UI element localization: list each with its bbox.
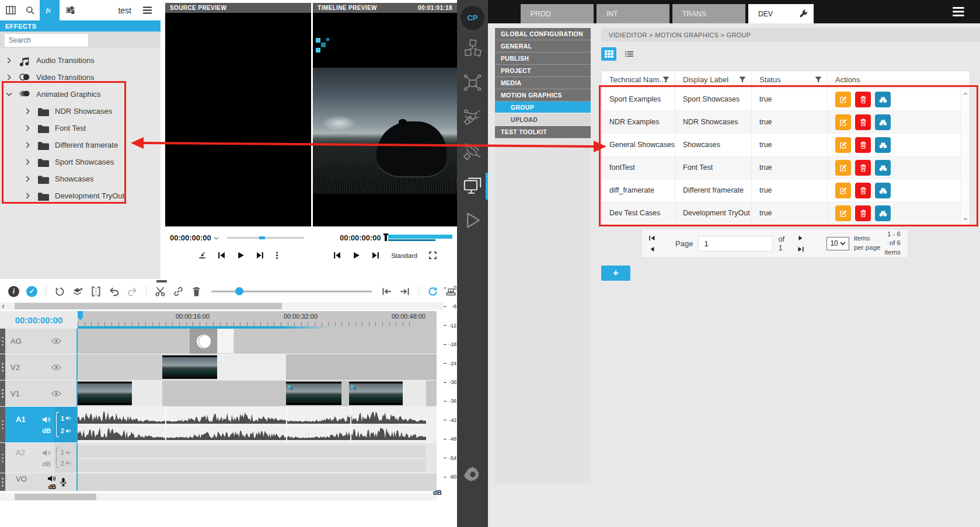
- skip-back-icon[interactable]: [218, 252, 225, 259]
- column-status[interactable]: Status: [759, 75, 781, 84]
- track-content-a1[interactable]: [78, 407, 437, 442]
- pager-last-icon[interactable]: [797, 246, 804, 252]
- unlink-icon[interactable]: [173, 287, 183, 296]
- menu-item-motion-graphics[interactable]: MOTION GRAPHICS: [495, 89, 591, 102]
- tree-item-font-test[interactable]: Font Test: [0, 120, 161, 137]
- table-scrollbar[interactable]: [960, 88, 969, 225]
- chevron-down-icon[interactable]: [6, 91, 12, 97]
- gear-icon[interactable]: [462, 464, 483, 485]
- video-clip[interactable]: [286, 382, 341, 405]
- split-view-icon[interactable]: [91, 287, 101, 296]
- more-icon[interactable]: [275, 252, 278, 259]
- menu-icon[interactable]: [951, 6, 965, 17]
- tree-item-audio-transitions[interactable]: Audio Transitions: [0, 52, 161, 69]
- db-toggle[interactable]: dB: [48, 484, 56, 490]
- table-row[interactable]: NDR ExamplesNDR Showcasestrue: [602, 111, 969, 134]
- skip-back-icon[interactable]: [333, 252, 341, 259]
- timeline-preview-video[interactable]: [313, 13, 457, 226]
- pager-prev-icon[interactable]: [648, 246, 655, 252]
- tree-item-different-framerate[interactable]: Different framerate: [0, 137, 161, 153]
- source-scrubber[interactable]: [227, 237, 304, 239]
- menu-item-test-toolkit[interactable]: TEST TOOLKIT: [495, 126, 591, 138]
- edit-button[interactable]: [835, 160, 851, 176]
- filter-icon[interactable]: [662, 76, 669, 83]
- menu-item-upload[interactable]: UPLOAD: [495, 114, 591, 126]
- quality-selector[interactable]: Standard: [391, 252, 417, 259]
- table-row[interactable]: Dev Test CasesDevelopment TryOuttrue: [602, 202, 969, 225]
- add-layer-icon[interactable]: [73, 287, 83, 296]
- move-start-icon[interactable]: [382, 287, 392, 296]
- menu-item-publish[interactable]: PUBLISH: [495, 53, 591, 65]
- cut-icon[interactable]: [155, 287, 165, 296]
- list-view-icon[interactable]: [622, 47, 637, 61]
- delete-button[interactable]: [855, 205, 871, 221]
- edit-button[interactable]: [835, 137, 851, 153]
- fullscreen-icon[interactable]: [429, 252, 437, 259]
- graphics-clip[interactable]: [190, 329, 217, 354]
- track-header-a2[interactable]: A2 dB 1 2: [0, 443, 78, 473]
- edit-button[interactable]: [835, 92, 851, 107]
- channel-1-toggle[interactable]: 1: [61, 449, 71, 456]
- delete-button[interactable]: [855, 114, 871, 130]
- track-header-v1[interactable]: V1: [0, 381, 78, 406]
- dropdown-caret-icon[interactable]: [214, 236, 219, 240]
- video-clip[interactable]: [217, 354, 286, 380]
- adjust-sliders-icon[interactable]: [61, 2, 79, 19]
- edit-button[interactable]: [835, 114, 851, 130]
- search-icon[interactable]: [21, 2, 39, 19]
- chevron-right-icon[interactable]: [6, 74, 12, 81]
- preview-button[interactable]: [875, 160, 891, 176]
- delete-button[interactable]: [855, 160, 871, 176]
- effects-fx-icon[interactable]: fx: [40, 0, 60, 20]
- menu-item-project[interactable]: PROJECT: [495, 65, 591, 77]
- approve-check-icon[interactable]: ✓: [26, 286, 37, 297]
- track-content-v2[interactable]: [78, 354, 437, 380]
- eye-icon[interactable]: [51, 364, 61, 371]
- delete-button[interactable]: [855, 183, 871, 198]
- tree-item-development-tryout[interactable]: Development TryOut: [0, 187, 161, 204]
- db-toggle[interactable]: dB: [42, 427, 51, 434]
- eye-icon[interactable]: [51, 338, 61, 344]
- tree-item-animated-graphics[interactable]: Animated Graphics: [0, 86, 161, 103]
- edit-button[interactable]: [835, 205, 851, 221]
- track-grip[interactable]: [0, 473, 5, 491]
- chevron-right-icon[interactable]: [25, 108, 31, 114]
- player-icon[interactable]: [463, 211, 482, 230]
- chevron-right-icon[interactable]: [25, 176, 31, 182]
- db-toggle[interactable]: dB: [42, 460, 51, 467]
- speaker-icon[interactable]: [42, 416, 51, 423]
- playhead-marker[interactable]: [78, 311, 83, 320]
- track-grip[interactable]: [0, 354, 5, 380]
- timeline-timecode[interactable]: 00:00:00:00: [340, 233, 381, 242]
- zoom-slider[interactable]: [211, 287, 372, 296]
- track-header-vo[interactable]: VO dB: [0, 473, 78, 491]
- column-technical-name[interactable]: Technical Nam...: [609, 75, 665, 84]
- column-display-label[interactable]: Display Label: [683, 75, 728, 84]
- chevron-right-icon[interactable]: [25, 193, 31, 199]
- track-content-a2[interactable]: [78, 443, 437, 473]
- pager-first-icon[interactable]: [648, 235, 655, 241]
- insert-icon[interactable]: [198, 252, 206, 259]
- table-row[interactable]: Sport ExamplesSport Showcasestrue: [602, 88, 969, 111]
- tree-item-ndr-showcases[interactable]: NDR Showcases: [0, 103, 161, 120]
- skip-forward-icon[interactable]: [372, 252, 379, 259]
- eye-icon[interactable]: [51, 390, 61, 397]
- undo-icon[interactable]: [109, 287, 119, 296]
- channel-2-toggle[interactable]: 2: [61, 460, 71, 467]
- timeline-hscrollbar[interactable]: [0, 302, 444, 310]
- tree-item-showcases[interactable]: Showcases: [0, 170, 161, 187]
- menu-item-global-configuration[interactable]: GLOBAL CONFIGURATION: [495, 28, 591, 40]
- speaker-icon[interactable]: [47, 475, 56, 482]
- playhead-marker[interactable]: [385, 233, 387, 241]
- integrations-icon[interactable]: [463, 73, 482, 92]
- edit-button[interactable]: [835, 183, 851, 198]
- pager-next-icon[interactable]: [797, 235, 804, 241]
- video-clip[interactable]: [403, 381, 426, 406]
- channel-1-toggle[interactable]: 1: [61, 415, 71, 422]
- video-clip[interactable]: [162, 355, 217, 379]
- redo-icon[interactable]: [127, 287, 137, 296]
- table-row[interactable]: General ShowcasesShowcasestrue: [602, 134, 969, 156]
- avatar[interactable]: CP: [461, 6, 484, 30]
- track-header-ag[interactable]: AG: [0, 329, 78, 354]
- move-end-icon[interactable]: [400, 287, 410, 296]
